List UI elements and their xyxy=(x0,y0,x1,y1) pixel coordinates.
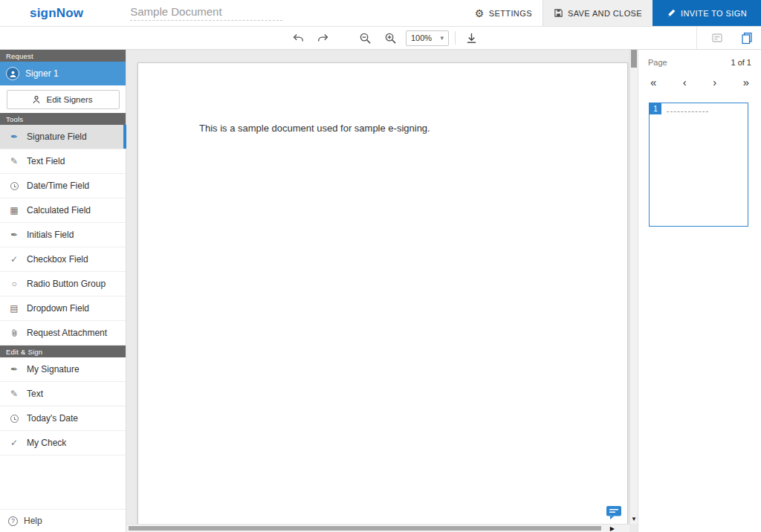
settings-label: SETTINGS xyxy=(489,9,532,18)
initials-nib-icon: ✒ xyxy=(8,230,20,240)
download-button[interactable] xyxy=(462,29,481,47)
pencil-icon: ✎ xyxy=(8,389,20,399)
signer-item[interactable]: Signer 1 xyxy=(0,62,126,85)
tools-sidebar: Request Signer 1 Edit Signers Tools ✒ Si… xyxy=(0,50,126,532)
vertical-scrollbar-thumb[interactable] xyxy=(631,50,637,68)
tool-text-field[interactable]: ✎ Text Field xyxy=(0,149,126,174)
horizontal-scrollbar[interactable]: ▶ xyxy=(126,524,629,532)
tool-my-signature[interactable]: ✒ My Signature xyxy=(0,357,126,382)
invite-to-sign-label: INVITE TO SIGN xyxy=(681,9,747,18)
document-body-text: This is a sample document used for sampl… xyxy=(199,123,430,134)
tool-dropdown-field[interactable]: ▤ Dropdown Field xyxy=(0,296,126,321)
pen-icon xyxy=(667,8,676,18)
redo-button[interactable] xyxy=(314,29,333,47)
tool-label: My Check xyxy=(27,438,66,448)
page-label: Page xyxy=(648,58,667,67)
tool-label: Text Field xyxy=(27,156,65,166)
tool-label: My Signature xyxy=(27,364,80,374)
tool-label: Dropdown Field xyxy=(27,303,89,314)
signnow-logo[interactable]: signNow xyxy=(30,6,83,21)
section-header-request: Request xyxy=(0,50,126,62)
section-header-tools: Tools xyxy=(0,113,126,125)
tool-label: Initials Field xyxy=(27,230,74,240)
tool-label: Radio Button Group xyxy=(27,279,106,289)
feedback-chat-button[interactable] xyxy=(606,505,624,521)
tool-signature-field[interactable]: ✒ Signature Field xyxy=(0,125,126,149)
tool-datetime-field[interactable]: Date/Time Field xyxy=(0,174,126,198)
tool-label: Calculated Field xyxy=(27,205,91,215)
chat-bubble-icon xyxy=(606,505,624,520)
tool-label: Text xyxy=(27,389,43,399)
tool-label: Request Attachment xyxy=(27,328,107,338)
first-page-button[interactable]: « xyxy=(650,77,656,88)
checkmark-icon: ✓ xyxy=(8,438,20,448)
signer-avatar-icon xyxy=(6,67,19,80)
help-button[interactable]: ? Help xyxy=(0,509,126,532)
page-count: 1 of 1 xyxy=(731,58,751,67)
save-and-close-label: SAVE AND CLOSE xyxy=(568,9,642,18)
tool-calculated-field[interactable]: ▦ Calculated Field xyxy=(0,198,126,223)
tool-label: Checkbox Field xyxy=(27,254,88,265)
signer-name: Signer 1 xyxy=(25,68,59,79)
paperclip-icon xyxy=(8,328,20,338)
chevron-down-icon: ▾ xyxy=(440,34,444,42)
calculator-icon: ▦ xyxy=(8,205,20,215)
vertical-scrollbar[interactable]: ▼ xyxy=(629,50,638,524)
pages-panel-toggle-icon[interactable] xyxy=(737,29,757,47)
zoom-level-select[interactable]: 100% ▾ xyxy=(406,30,449,46)
tool-todays-date[interactable]: Today's Date xyxy=(0,406,126,431)
invite-to-sign-button[interactable]: INVITE TO SIGN xyxy=(652,0,761,26)
tool-text[interactable]: ✎ Text xyxy=(0,382,126,406)
tool-checkbox-field[interactable]: ✓ Checkbox Field xyxy=(0,247,126,272)
horizontal-scrollbar-thumb[interactable] xyxy=(129,526,601,531)
pages-panel-header: Page 1 of 1 xyxy=(648,58,751,67)
clock-icon xyxy=(8,182,20,190)
scroll-down-arrow-icon[interactable]: ▼ xyxy=(630,516,638,522)
toolbar-center-group: 100% ▾ xyxy=(288,27,481,49)
checkmark-icon: ✓ xyxy=(8,254,20,265)
zoom-in-button[interactable] xyxy=(380,29,400,47)
tool-label: Date/Time Field xyxy=(27,181,89,191)
scroll-right-arrow-icon[interactable]: ▶ xyxy=(610,525,615,532)
fields-panel-icon[interactable] xyxy=(707,29,727,47)
top-header: signNow Sample Document ⚙ SETTINGS SAVE … xyxy=(0,0,761,27)
document-page: This is a sample document used for sampl… xyxy=(137,62,628,532)
clock-icon xyxy=(8,415,20,423)
next-page-button[interactable]: › xyxy=(713,77,716,88)
document-title[interactable]: Sample Document xyxy=(130,5,282,21)
question-mark-icon: ? xyxy=(8,516,18,526)
edit-signers-wrap: Edit Signers xyxy=(0,85,126,113)
undo-button[interactable] xyxy=(288,29,308,47)
edit-signers-button[interactable]: Edit Signers xyxy=(7,90,120,109)
tool-my-check[interactable]: ✓ My Check xyxy=(0,431,126,455)
last-page-button[interactable]: » xyxy=(743,77,749,88)
radio-circle-icon: ○ xyxy=(8,279,20,289)
pencil-icon: ✎ xyxy=(8,156,20,166)
toolbar-divider xyxy=(455,31,456,45)
page-number-badge: 1 xyxy=(650,103,661,114)
header-actions: ⚙ SETTINGS SAVE AND CLOSE INVITE TO SIGN xyxy=(464,0,761,26)
pages-panel: Page 1 of 1 « ‹ › » 1 xyxy=(638,50,761,532)
tool-initials-field[interactable]: ✒ Initials Field xyxy=(0,223,126,247)
document-toolbar: 100% ▾ xyxy=(0,27,761,50)
help-label: Help xyxy=(24,516,42,526)
selected-indicator xyxy=(123,125,126,149)
gear-icon: ⚙ xyxy=(475,7,485,19)
save-and-close-button[interactable]: SAVE AND CLOSE xyxy=(543,0,652,26)
zoom-out-button[interactable] xyxy=(355,29,375,47)
edit-signers-label: Edit Signers xyxy=(46,95,92,104)
tool-label: Signature Field xyxy=(27,132,87,142)
section-header-edit-sign: Edit & Sign xyxy=(0,346,126,357)
settings-button[interactable]: ⚙ SETTINGS xyxy=(464,0,543,26)
person-edit-icon xyxy=(33,95,42,104)
toolbar-right-group xyxy=(696,27,757,49)
tool-radio-button-group[interactable]: ○ Radio Button Group xyxy=(0,272,126,296)
thumbnail-text-line xyxy=(667,111,708,112)
dropdown-list-icon: ▤ xyxy=(8,303,20,314)
document-canvas: This is a sample document used for sampl… xyxy=(126,50,638,532)
tool-request-attachment[interactable]: Request Attachment xyxy=(0,321,126,346)
page-thumbnail[interactable]: 1 xyxy=(649,103,748,227)
previous-page-button[interactable]: ‹ xyxy=(683,77,687,88)
signature-nib-icon: ✒ xyxy=(8,364,20,374)
zoom-level-value: 100% xyxy=(411,33,432,42)
